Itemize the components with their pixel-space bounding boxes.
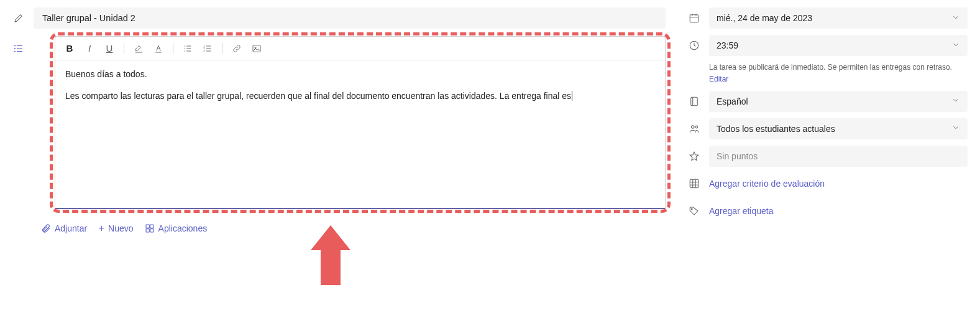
svg-rect-24 [150,225,153,228]
chevron-down-icon [951,40,960,51]
assignment-title-input[interactable]: Taller grupal - Unidad 2 [34,7,666,29]
svg-point-44 [691,208,692,210]
chevron-down-icon [951,13,960,24]
svg-point-11 [185,48,185,49]
svg-rect-28 [690,15,698,22]
svg-rect-21 [253,45,260,52]
image-button[interactable] [247,39,266,58]
add-tag-link[interactable]: Agregar etiqueta [709,206,774,216]
points-input[interactable]: Sin puntos [709,146,968,167]
tag-icon [688,205,700,217]
bold-button[interactable]: B [60,39,79,58]
svg-rect-25 [146,228,149,231]
numbered-list-button[interactable]: 123 [198,39,217,58]
svg-point-13 [185,50,185,51]
editor-body[interactable]: Buenos días a todos. Les comparto las le… [55,60,665,208]
underline-button[interactable]: U [100,39,119,58]
new-button[interactable]: + Nuevo [98,223,133,233]
due-time-picker[interactable]: 23:59 [709,35,968,56]
italic-button[interactable]: I [80,39,99,58]
publish-note: La tarea se publicará de inmediato. Se p… [709,62,968,85]
annotation-arrow [311,225,350,288]
description-editor[interactable]: B I U [55,36,666,209]
clock-icon [688,39,700,52]
students-picker[interactable]: Todos los estudiantes actuales [709,118,968,139]
svg-point-4 [14,51,16,52]
svg-rect-39 [690,179,698,188]
svg-point-37 [695,126,698,128]
svg-marker-38 [690,152,698,161]
star-icon [688,150,700,162]
svg-rect-23 [146,225,149,228]
apps-button[interactable]: Aplicaciones [145,223,208,233]
svg-rect-33 [691,97,698,106]
bullet-list-button[interactable] [178,39,197,58]
add-rubric-link[interactable]: Agregar criterio de evaluación [709,179,825,189]
edit-timeline-link[interactable]: Editar [709,74,968,85]
rubric-icon [688,177,700,190]
notebook-icon [688,95,700,108]
people-icon [688,123,700,135]
highlight-button[interactable] [129,39,148,58]
editor-line-1: Buenos días a todos. [65,68,655,81]
editor-line-2: Les comparto las lecturas para el taller… [65,90,655,103]
editor-toolbar: B I U [55,37,665,60]
bulleted-list-icon [12,42,25,55]
calendar-icon [688,12,700,24]
chevron-down-icon [951,96,960,106]
svg-text:3: 3 [203,49,205,52]
svg-point-9 [185,45,185,46]
svg-point-2 [14,48,16,49]
link-button[interactable] [227,39,246,58]
svg-marker-27 [311,225,350,285]
svg-point-36 [692,125,695,128]
svg-rect-26 [150,228,153,231]
attach-button[interactable]: Adjuntar [41,223,87,233]
svg-point-0 [14,45,16,47]
chevron-down-icon [951,123,960,134]
pencil-icon [12,12,25,24]
due-date-picker[interactable]: mié., 24 de may de 2023 [709,7,968,29]
font-color-button[interactable] [149,39,168,58]
channel-picker[interactable]: Español [709,91,968,112]
